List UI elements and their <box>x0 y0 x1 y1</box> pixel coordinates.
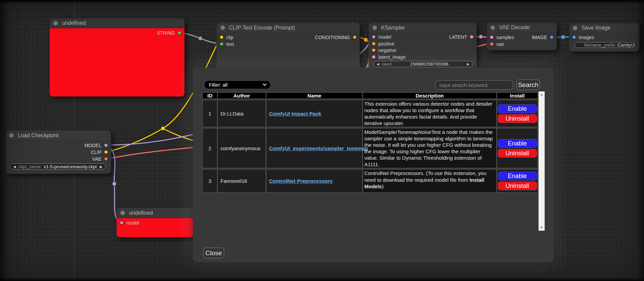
extension-manager-modal: Filter: all Search IDAuthorNameDescripti… <box>193 68 554 262</box>
output-slot-label: LATENT <box>449 34 467 40</box>
extension-id: 3 <box>202 169 217 193</box>
scroll-down-icon[interactable] <box>540 227 543 229</box>
widget-prev-icon[interactable]: ◀ <box>377 62 379 66</box>
extension-actions: EnableUninstall <box>497 169 538 193</box>
column-header-id: ID <box>202 92 217 99</box>
input-slot-label: negative <box>378 48 396 53</box>
search-button[interactable]: Search <box>516 80 540 90</box>
input-slot-label: images <box>579 35 594 40</box>
input-slot-label: text <box>226 41 234 47</box>
node-title: CLIP Text Encode (Prompt) <box>229 25 295 31</box>
output-slot-label: IMAGE <box>532 35 547 40</box>
enable-button[interactable]: Enable <box>498 104 537 113</box>
input-slot-model-dot[interactable] <box>120 221 123 225</box>
extension-author: Dr.Lt.Data <box>217 100 266 127</box>
output-slot-MODEL-dot[interactable] <box>104 143 108 147</box>
comfyui-canvas[interactable]: undefinedSTRINGCLIP Text Encode (Prompt)… <box>0 0 644 281</box>
output-slot-IMAGE-dot[interactable] <box>550 35 554 39</box>
chevron-down-icon <box>263 82 266 86</box>
extension-description: This extension offers various detector n… <box>363 100 497 127</box>
widget-seed[interactable]: ◀seed156680208700286▶ <box>373 61 473 67</box>
extension-author: Fannovel16 <box>217 169 266 193</box>
output-slot-STRING-dot[interactable] <box>178 31 181 35</box>
output-slot-VAE-dot[interactable] <box>104 157 108 161</box>
output-slot-label: MODEL <box>84 143 101 148</box>
node-status-dot[interactable] <box>120 211 125 215</box>
widget-value: ComfyUI <box>615 42 635 48</box>
input-slot-text-dot[interactable] <box>220 42 224 46</box>
widget-label: ckpt_name <box>18 164 41 169</box>
extension-actions: EnableUninstall <box>497 128 538 168</box>
node-status-dot[interactable] <box>9 133 14 138</box>
uninstall-button[interactable]: Uninstall <box>498 181 537 190</box>
extension-name-link[interactable]: ComfyUI_experiments/sampler_tonemap <box>269 145 368 151</box>
input-slot-clip-dot[interactable] <box>220 35 224 39</box>
scroll-up-icon[interactable] <box>540 93 543 95</box>
widget-next-icon[interactable]: ▶ <box>467 62 469 66</box>
output-slot-CONDITIONING-dot[interactable] <box>353 35 357 39</box>
input-slot-negative-dot[interactable] <box>372 48 376 52</box>
widget-value: 156680208700286 <box>408 62 450 67</box>
node-title: Save Image <box>581 25 610 31</box>
column-header-description: Description <box>363 92 497 99</box>
input-slot-positive-dot[interactable] <box>372 42 376 46</box>
extension-actions: EnableUninstall <box>497 100 538 127</box>
close-button[interactable]: Close <box>203 248 224 258</box>
input-slot-label: samples <box>496 35 514 40</box>
node-title: KSampler <box>381 25 405 31</box>
widget-ckpt_name[interactable]: ◀ckpt_namev1-5-pruned-emaonly.ckpt▶ <box>10 163 106 170</box>
output-slot-label: CLIP <box>91 150 101 155</box>
node-title: VAE Decode <box>499 24 530 31</box>
node-undefined-top[interactable]: undefinedSTRING <box>49 18 185 96</box>
node-load-checkpoint[interactable]: Load CheckpointMODELCLIPVAE◀ckpt_namev1-… <box>5 130 111 174</box>
input-slot-model-dot[interactable] <box>372 35 376 39</box>
input-slot-label: vae <box>496 41 504 47</box>
table-scrollbar[interactable] <box>539 91 545 231</box>
column-header-install: Install <box>497 92 538 99</box>
output-slot-LATENT-dot[interactable] <box>470 35 474 39</box>
extension-table-container: IDAuthorNameDescriptionInstall 1Dr.Lt.Da… <box>202 91 545 231</box>
node-clip-text-encode[interactable]: CLIP Text Encode (Prompt)cliptextCONDITI… <box>216 22 360 71</box>
input-slot-latent_image-dot[interactable] <box>372 55 376 59</box>
widget-value: v1-5-pruned-emaonly.ckpt <box>42 164 99 169</box>
input-slot-label: positive <box>378 41 394 47</box>
uninstall-button[interactable]: Uninstall <box>498 149 537 158</box>
widget-label: filename_prefix <box>584 42 615 48</box>
node-status-dot[interactable] <box>573 26 577 30</box>
widget-label: seed <box>382 62 392 67</box>
node-status-dot[interactable] <box>220 25 225 30</box>
input-slot-images-dot[interactable] <box>572 35 576 39</box>
output-slot-label: VAE <box>92 156 101 162</box>
uninstall-button[interactable]: Uninstall <box>498 114 537 123</box>
input-slot-vae-dot[interactable] <box>490 42 494 46</box>
node-vae-decode[interactable]: VAE DecodesamplesvaeIMAGE <box>486 22 557 50</box>
input-slot-samples-dot[interactable] <box>490 35 494 39</box>
node-status-dot[interactable] <box>491 25 495 30</box>
extension-name-link[interactable]: ComfyUI Impact Pack <box>269 111 321 117</box>
wire-string-to-text <box>182 33 220 44</box>
widget-next-icon[interactable]: ▶ <box>100 165 102 169</box>
search-input[interactable] <box>435 80 513 90</box>
output-slot-CLIP-dot[interactable] <box>104 150 108 154</box>
input-slot-label: model <box>378 34 391 40</box>
node-status-dot[interactable] <box>373 25 377 30</box>
column-header-name: Name <box>266 92 363 99</box>
node-undefined-bottom[interactable]: undefinedmodel <box>116 208 195 237</box>
extension-table: IDAuthorNameDescriptionInstall 1Dr.Lt.Da… <box>202 91 538 194</box>
node-status-dot[interactable] <box>53 21 58 25</box>
input-slot-label: clip <box>226 35 233 40</box>
extension-description: ModelSamplerTonemapNoiseTest a node that… <box>363 128 497 168</box>
node-save-image[interactable]: Save Imageimagesfilename_prefixComfyUI <box>569 23 640 52</box>
extension-id: 2 <box>202 128 217 168</box>
enable-button[interactable]: Enable <box>498 172 537 180</box>
widget-prev-icon[interactable]: ◀ <box>13 165 16 169</box>
filter-dropdown[interactable]: Filter: all <box>204 81 271 89</box>
widget-filename_prefix[interactable]: filename_prefixComfyUI <box>575 42 635 48</box>
node-title: undefined <box>129 210 153 216</box>
enable-button[interactable]: Enable <box>498 139 537 148</box>
table-header-row: IDAuthorNameDescriptionInstall <box>202 92 538 99</box>
node-title: undefined <box>62 20 86 26</box>
node-ksampler[interactable]: KSamplermodelpositivenegativelatent_imag… <box>368 22 477 70</box>
input-slot-label: latent_image <box>378 54 406 60</box>
extension-name-link[interactable]: ControlNet Preprocessors <box>269 178 333 184</box>
